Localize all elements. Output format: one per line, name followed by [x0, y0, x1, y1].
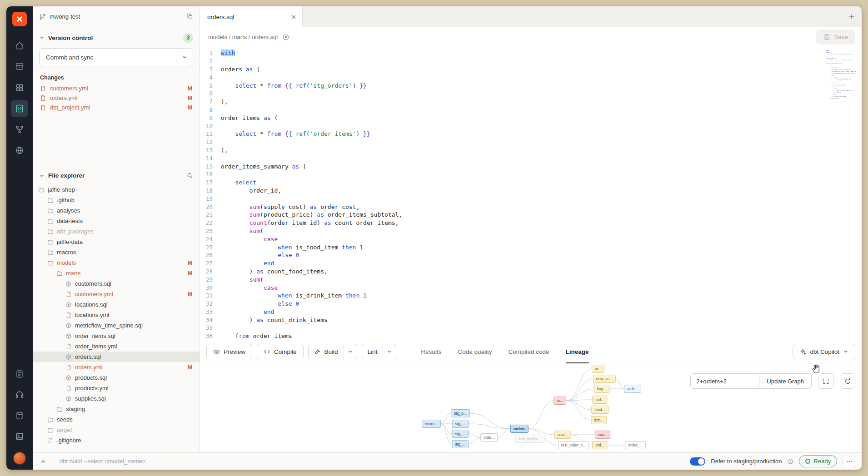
file-tree: jaffle-shop.githubanalysesdata-testsdbt_… — [33, 183, 200, 452]
tree-item-models[interactable]: modelsM — [33, 258, 200, 268]
lineage-node-newcu[interactable]: new_cu... — [593, 375, 616, 383]
media-panel-icon[interactable] — [11, 428, 28, 445]
lineage-node-larg[interactable]: larg... — [594, 385, 609, 393]
change-item[interactable]: dbt_project.ymlM — [33, 103, 200, 112]
lineage-node-stg4[interactable]: stg_... — [452, 440, 469, 448]
status-badge[interactable]: Ready — [799, 455, 837, 467]
file-explorer-header[interactable]: File explorer — [33, 167, 200, 183]
refresh-icon[interactable] — [840, 373, 855, 389]
user-avatar[interactable] — [13, 451, 26, 465]
build-button[interactable]: Build — [308, 344, 357, 359]
home-icon[interactable] — [11, 37, 28, 55]
compile-button[interactable]: Compile — [257, 344, 304, 359]
tree-item-jaffle-data[interactable]: jaffle-data — [33, 237, 200, 247]
archive-icon[interactable] — [11, 58, 28, 75]
lineage-node-orders[interactable]: orders — [510, 425, 529, 433]
lineage-node-drin[interactable]: drin... — [591, 416, 607, 424]
commit-options-chevron-icon[interactable] — [176, 55, 193, 60]
lineage-node-food[interactable]: food... — [591, 406, 609, 414]
ide-editor-icon[interactable] — [11, 100, 28, 117]
version-control-title: Version control — [48, 35, 93, 41]
lineage-selector-input[interactable] — [690, 373, 759, 389]
tab-code-quality[interactable]: Code quality — [458, 340, 492, 363]
tab-lineage[interactable]: Lineage — [566, 340, 589, 363]
tab-orders-sql[interactable]: orders.sql — [200, 6, 303, 27]
preview-button[interactable]: Preview — [206, 344, 252, 359]
build-options-chevron-icon[interactable] — [344, 344, 357, 359]
save-button[interactable]: Save — [816, 30, 855, 45]
defer-toggle[interactable] — [690, 457, 705, 466]
lineage-node-test1[interactable]: test_orders... — [515, 435, 544, 443]
tab-results[interactable]: Results — [421, 340, 441, 363]
command-input[interactable]: dbt build --select <model_name> — [60, 458, 145, 465]
tree-item-.github[interactable]: .github — [33, 195, 200, 205]
dbt-copilot-button[interactable]: dbt Copilot — [793, 344, 855, 359]
lint-button[interactable]: Lint — [362, 344, 397, 359]
lineage-node-ord1[interactable]: ord... — [592, 396, 607, 404]
tree-item-marts[interactable]: martsM — [33, 268, 200, 278]
minimap[interactable]: withorders as ( select * from {{ ref('st… — [826, 50, 856, 141]
tree-item-products.yml[interactable]: products.yml — [33, 383, 200, 393]
lineage-node-orp[interactable]: or... — [554, 397, 566, 405]
tree-item-metricflow_time_spine.sql[interactable]: metricflow_time_spine.sql — [33, 320, 200, 331]
tree-item-supplies.sql[interactable]: supplies.sql — [33, 393, 200, 404]
tree-item-target[interactable]: target — [33, 425, 200, 435]
lineage-node-testoi[interactable]: test_order_it... — [558, 441, 589, 449]
change-item[interactable]: customers.ymlM — [33, 84, 200, 93]
tree-item-locations.yml[interactable]: locations.yml — [33, 310, 200, 320]
activity-bar — [6, 6, 33, 470]
update-graph-button[interactable]: Update Graph — [759, 373, 812, 389]
tree-item-jaffle-shop[interactable]: jaffle-shop — [33, 184, 200, 195]
lineage-node-orderw[interactable]: order_... — [625, 441, 646, 449]
lineage-node-ecom[interactable]: ecom... — [422, 420, 441, 428]
desktop-background: mwong-test orders.sql Ve — [0, 0, 868, 476]
fullscreen-icon[interactable] — [818, 373, 833, 389]
lineage-node-cust[interactable]: cust... — [554, 431, 571, 439]
tree-item-customers.yml[interactable]: customers.ymlM — [33, 289, 200, 299]
tree-item-orders.yml[interactable]: orders.ymlM — [33, 362, 200, 372]
tree-item-order_items.yml[interactable]: order_items.yml — [33, 341, 200, 352]
lineage-node-orde1[interactable]: orde... — [480, 433, 498, 441]
commit-and-sync-button[interactable]: Commit and sync — [39, 48, 193, 66]
lineage-node-cusp[interactable]: cus... — [595, 431, 610, 439]
code-editor[interactable]: 1with23orders as (45 select * from {{ re… — [200, 47, 862, 340]
tree-item-seeds[interactable]: seeds — [33, 414, 200, 425]
tree-item-macros[interactable]: macros — [33, 247, 200, 258]
clipboard-icon[interactable] — [11, 365, 28, 382]
tree-item-locations.sql[interactable]: locations.sql — [33, 299, 200, 310]
search-icon[interactable] — [186, 172, 193, 179]
new-tab-button[interactable] — [848, 6, 855, 27]
database-icon[interactable] — [11, 407, 28, 424]
expand-panel-chevron-icon[interactable] — [38, 456, 48, 466]
close-tab-icon[interactable] — [291, 14, 297, 20]
dbt-logo-icon[interactable] — [12, 12, 27, 26]
permalink-icon[interactable] — [282, 34, 289, 41]
lineage-node-ory[interactable]: or... — [592, 365, 604, 373]
tree-item-customers.sql[interactable]: customers.sql — [33, 278, 200, 289]
lineage-node-stg2[interactable]: stg_... — [452, 420, 469, 428]
tree-item-data-tests[interactable]: data-tests — [33, 216, 200, 226]
tree-item-order_items.sql[interactable]: order_items.sql — [33, 331, 200, 341]
top-strip: mwong-test orders.sql — [33, 6, 862, 27]
headset-icon[interactable] — [11, 386, 28, 403]
globe-icon[interactable] — [11, 142, 28, 159]
copy-icon[interactable] — [186, 13, 193, 20]
version-control-header[interactable]: Version control 3 — [33, 27, 200, 46]
tree-item-dbt_packages[interactable]: dbt_packages — [33, 226, 200, 237]
tree-item-analyses[interactable]: analyses — [33, 205, 200, 216]
tree-item-orders.sql[interactable]: orders.sql — [33, 352, 200, 362]
tab-compiled-code[interactable]: Compiled code — [508, 340, 549, 363]
apps-grid-icon[interactable] — [11, 79, 28, 96]
lineage-node-ord2[interactable]: ord... — [592, 441, 607, 449]
lineage-node-stg1[interactable]: stg_o... — [451, 409, 470, 417]
more-options-button[interactable]: ⋯ — [843, 455, 856, 468]
lineage-node-orde2[interactable]: orde... — [624, 385, 641, 393]
lineage-node-stg3[interactable]: stg_... — [452, 430, 469, 438]
branch-network-icon[interactable] — [11, 121, 28, 138]
info-icon[interactable] — [787, 458, 793, 465]
change-item[interactable]: orders.ymlM — [33, 93, 200, 103]
tree-item-.gitignore[interactable]: .gitignore — [33, 435, 200, 446]
lint-options-chevron-icon[interactable] — [383, 344, 396, 359]
tree-item-staging[interactable]: staging — [33, 404, 200, 414]
tree-item-products.sql[interactable]: products.sql — [33, 372, 200, 383]
